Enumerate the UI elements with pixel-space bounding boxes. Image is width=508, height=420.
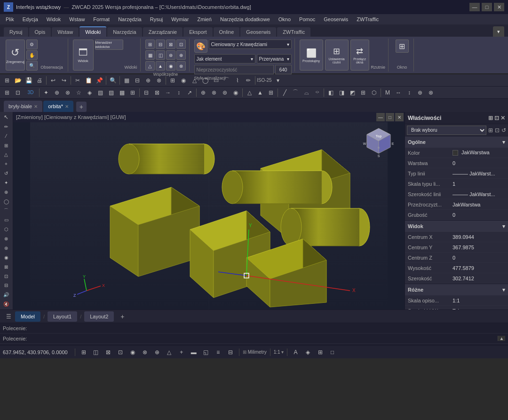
ws-btn7[interactable]: ⊛ [166, 50, 175, 60]
lt-btn12[interactable]: ▭ [1, 215, 11, 224]
lt-btn3[interactable]: ∕ [1, 132, 11, 141]
tb1-btn14[interactable]: △ [189, 75, 199, 86]
status-ann-btn[interactable]: A [291, 347, 301, 357]
menadzer-button[interactable]: Menadżer widoków [95, 40, 123, 50]
viewport[interactable]: [Zmieniony] [Cieniowany z Krawędziami] [… [13, 112, 405, 309]
przelacz-button[interactable]: ⇄ Przełącz okna [350, 40, 369, 71]
tb2-btn17[interactable]: ⊕ [198, 87, 208, 98]
ribbon-tab-zwtraffic[interactable]: ZWTraffic [277, 27, 310, 37]
tb2-btn10[interactable]: ▩ [117, 87, 127, 98]
tb2-btn33[interactable]: M [382, 87, 393, 98]
tb2-btn30[interactable]: ◩ [347, 87, 357, 98]
zoom-button[interactable]: 🔍 [26, 61, 38, 71]
tb1-btn1[interactable]: ⊞ [2, 75, 12, 86]
menu-okno[interactable]: Okno [275, 16, 294, 23]
tb2-btn37[interactable]: ⊗ [426, 87, 436, 98]
doc-tab-orbita-close[interactable]: ✕ [65, 104, 69, 109]
lt-btn7[interactable]: ↺ [1, 169, 11, 178]
tb2-btn34[interactable]: ↔ [393, 87, 404, 98]
tb2-btn12[interactable]: ⊟ [141, 87, 151, 98]
status-dyn-btn[interactable]: + [176, 347, 187, 357]
tb1-btn2[interactable]: 📂 [13, 75, 23, 86]
tb2-btn36[interactable]: ⊕ [415, 87, 425, 98]
style-dropdown3[interactable]: Przerywana ▾ [257, 54, 292, 63]
sel-btn1[interactable]: ⊞ [488, 127, 493, 134]
tb1-btn7[interactable]: 📌 [94, 75, 104, 86]
ribbon-tab-opis[interactable]: Opis [29, 27, 51, 37]
lt-btn17[interactable]: ⊠ [1, 262, 11, 271]
command-input-2[interactable] [29, 336, 498, 341]
menu-zwtraffic[interactable]: ZWTraffic [353, 16, 382, 23]
prop-row-wysokosc[interactable]: Wysokość 477.5879 [405, 263, 508, 273]
lt-btn8[interactable]: ✦ [1, 178, 11, 187]
tb1-btn19[interactable]: ✏ [243, 75, 254, 86]
ribbon-tab-wstaw[interactable]: Wstaw [52, 27, 79, 37]
tb2-btn19[interactable]: ⊛ [220, 87, 230, 98]
tb1-btn10[interactable]: ⊕ [143, 75, 153, 86]
tb1-btn11[interactable]: ⊗ [154, 75, 164, 86]
status-otrack-btn[interactable]: ⊕ [152, 347, 162, 357]
ws-btn10[interactable]: ▲ [156, 61, 165, 71]
add-doc-tab-button[interactable]: + [76, 102, 87, 112]
ws-btn8[interactable]: ⊕ [176, 50, 186, 60]
minimize-button[interactable]: — [469, 3, 480, 11]
prop-section-rozne-header[interactable]: Różne ▾ [405, 284, 508, 295]
selection-dropdown[interactable]: Brak wyboru [407, 126, 486, 135]
prop-hdr-btn2[interactable]: ⊡ [494, 115, 499, 121]
nav-cube[interactable]: Top N S W E [362, 126, 395, 159]
bottom-menu-btn[interactable]: ☰ [4, 312, 13, 321]
lt-btn19[interactable]: ⊟ [1, 281, 11, 290]
status-grid-btn[interactable]: ⊞ [79, 347, 89, 357]
lt-btn14[interactable]: ⊗ [1, 234, 11, 243]
menu-format[interactable]: Format [89, 16, 113, 23]
scale-dropdown-icon[interactable]: ▾ [281, 349, 284, 355]
sel-btn3[interactable]: ↺ [501, 127, 506, 134]
status-sc-btn[interactable]: ⊟ [225, 347, 236, 357]
visual-style-icon[interactable]: 🎨 [194, 40, 207, 53]
prop-row-szerokosc-w[interactable]: Szerokość 302.7412 [405, 273, 508, 284]
tb2-btn15[interactable]: ↕ [174, 87, 184, 98]
menu-narzedzia-dodatkowe[interactable]: Narzędzia dodatkowe [216, 16, 274, 23]
tb1-btn16[interactable]: ▭ [211, 75, 221, 86]
menu-rysuj[interactable]: Rysuj [146, 16, 167, 23]
tb2-btn28[interactable]: ◧ [325, 87, 336, 98]
add-layout-button[interactable]: + [118, 312, 127, 321]
maximize-button[interactable]: □ [482, 3, 492, 11]
ribbon-tab-narzedzia[interactable]: Narzędzia [107, 27, 142, 37]
vp-close-btn[interactable]: ✕ [395, 113, 404, 121]
tb2-btn25[interactable]: ⌒ [290, 87, 301, 98]
vp-maximize-btn[interactable]: □ [386, 113, 394, 121]
lt-btn18[interactable]: ⊡ [1, 272, 11, 281]
tb2-btn24[interactable]: ╱ [279, 87, 290, 98]
prop-row-symbol-luw1[interactable]: Symbol LUW... Tak [405, 306, 508, 309]
tb1-btn17[interactable]: ⌒ [222, 75, 232, 86]
lt-btn21[interactable]: 🔇 [1, 300, 11, 309]
status-polar-btn[interactable]: ⊡ [115, 347, 126, 357]
iso-dropdown-btn[interactable]: ▾ [273, 75, 283, 86]
okno-btn1[interactable]: ⊞ [396, 40, 409, 53]
doc-tab-bryly-close[interactable]: ✕ [34, 104, 38, 109]
tb2-btn2[interactable]: ⊡ [13, 87, 23, 98]
prop-row-centrum-z[interactable]: Centrum Z 0 [405, 253, 508, 263]
lt-btn13[interactable]: ⬡ [1, 225, 11, 234]
vp-minimize-btn[interactable]: — [376, 113, 385, 121]
ws-btn11[interactable]: ◉ [166, 61, 175, 71]
tb2-btn7[interactable]: ◈ [84, 87, 95, 98]
status-ortho-btn[interactable]: ⊠ [103, 347, 113, 357]
ribbon-tab-online[interactable]: Online [214, 27, 240, 37]
ws-btn6[interactable]: ◫ [156, 50, 165, 60]
ws-btn3[interactable]: ⊠ [166, 40, 175, 49]
prop-row-przezr[interactable]: Przeźroczyzt... JakWarstwa [405, 199, 508, 210]
menu-plik[interactable]: Plik [2, 16, 18, 23]
tb1-undo[interactable]: ↩ [48, 75, 58, 86]
prop-row-skala-opiso[interactable]: Skala opiso... 1:1 [405, 295, 508, 306]
tb2-btn6[interactable]: ☆ [73, 87, 84, 98]
bottom-tab-model[interactable]: Model [15, 311, 40, 322]
menu-wstaw[interactable]: Wstaw [65, 16, 88, 23]
lt-btn15[interactable]: ⊛ [1, 244, 11, 253]
ws-btn2[interactable]: ⊟ [156, 40, 165, 49]
menu-widok[interactable]: Widok [43, 16, 65, 23]
tb1-btn8[interactable]: 🔍 [108, 75, 118, 86]
menu-wymiar[interactable]: Wymiar [167, 16, 192, 23]
lt-btn4[interactable]: ⊞ [1, 141, 11, 150]
